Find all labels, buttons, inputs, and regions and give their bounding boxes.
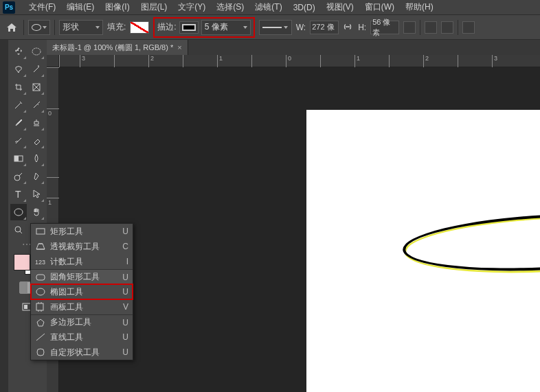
flyout-shortcut: U (122, 287, 128, 297)
rect-icon (35, 227, 46, 236)
align-edges-button[interactable] (425, 21, 437, 34)
svg-point-0 (32, 48, 41, 55)
flyout-item-polygon[interactable]: 多边形工具U (31, 314, 133, 330)
flyout-item-roundrect[interactable]: 圆角矩形工具U (31, 269, 133, 284)
menu-view[interactable]: 视图(V) (321, 1, 359, 13)
menu-image[interactable]: 图像(I) (100, 1, 135, 13)
svg-text:3: 3 (42, 259, 45, 266)
ruler-container: 3210123 (47, 55, 540, 67)
ruler-tick (47, 67, 59, 69)
type-tool[interactable]: T (10, 186, 27, 203)
zoom-tool[interactable] (10, 222, 27, 238)
stroke-width-input[interactable]: 5 像素 (201, 20, 251, 35)
document-tab[interactable]: 未标题-1 @ 100% (椭圆 1, RGB/8) * × (47, 40, 188, 55)
clone-stamp-tool[interactable] (28, 115, 45, 131)
flyout-shortcut: V (123, 302, 128, 312)
custom-icon (35, 347, 46, 357)
healing-brush-tool[interactable] (28, 97, 45, 113)
menu-edit[interactable]: 编辑(E) (61, 1, 100, 13)
path-selection-tool[interactable] (28, 186, 45, 203)
magic-wand-tool[interactable] (28, 61, 45, 78)
settings-button[interactable] (462, 21, 475, 34)
menu-layer[interactable]: 图层(L) (135, 1, 173, 13)
eraser-tool[interactable] (28, 132, 45, 149)
caret-down-icon (95, 26, 100, 29)
flyout-label: 多边形工具 (50, 316, 118, 328)
ruler-tick (114, 55, 116, 67)
gradient-tool[interactable] (10, 150, 27, 167)
svg-rect-10 (36, 229, 45, 234)
flyout-label: 直线工具 (50, 332, 118, 343)
flyout-label: 画板工具 (50, 301, 119, 313)
shape-mode-select[interactable]: 形状 (59, 20, 103, 35)
hand-tool[interactable] (28, 204, 45, 220)
line-icon (35, 332, 46, 342)
caret-down-icon (243, 26, 247, 29)
brush-tool[interactable] (10, 115, 27, 131)
stroke-color-swatch[interactable] (179, 21, 199, 34)
menu-help[interactable]: 帮助(H) (400, 1, 439, 13)
arrange-button[interactable] (441, 21, 453, 34)
ellipse-tool[interactable] (10, 204, 27, 220)
ruler-tick (389, 55, 391, 67)
horizontal-ruler[interactable]: 3210123 (59, 55, 540, 67)
width-input[interactable]: 272 像 (310, 21, 339, 34)
move-tool[interactable] (10, 43, 27, 60)
svg-rect-3 (14, 156, 19, 161)
ruler-tick: 3 (80, 55, 85, 67)
stroke-style-picker[interactable] (259, 20, 292, 35)
history-brush-tool[interactable] (10, 132, 27, 149)
flyout-item-count[interactable]: 123计数工具I (31, 254, 133, 269)
menu-filter[interactable]: 滤镜(T) (249, 1, 287, 13)
app-logo: Ps (3, 1, 15, 14)
tab-close-button[interactable]: × (177, 43, 181, 51)
flyout-item-artboard[interactable]: 画板工具V (31, 299, 133, 314)
flyout-item-custom[interactable]: 自定形状工具U (31, 345, 133, 360)
ruler-tick: 0 (286, 55, 291, 67)
menu-type[interactable]: 文字(Y) (172, 1, 211, 13)
link-wh-icon[interactable] (343, 22, 354, 33)
caret-down-icon (284, 26, 288, 29)
tool-preset-picker[interactable] (28, 20, 50, 35)
blur-tool[interactable] (28, 150, 45, 167)
dodge-tool[interactable] (10, 168, 27, 185)
document-tabs: 未标题-1 @ 100% (椭圆 1, RGB/8) * × (47, 40, 540, 55)
separator (23, 20, 24, 35)
flyout-item-rect[interactable]: 矩形工具U (31, 224, 133, 239)
menu-file[interactable]: 文件(F) (23, 1, 61, 13)
frame-tool[interactable] (28, 79, 45, 95)
stroke-label: 描边: (157, 21, 176, 33)
flyout-item-persp[interactable]: 透视裁剪工具C (31, 239, 133, 254)
flyout-label: 圆角矩形工具 (50, 271, 118, 283)
eyedropper-tool[interactable] (10, 97, 27, 113)
flyout-shortcut: U (122, 318, 128, 327)
flyout-item-ellipse[interactable]: 椭圆工具U (31, 284, 133, 299)
path-operations-button[interactable] (403, 21, 416, 34)
svg-rect-16 (36, 303, 43, 310)
fill-color-swatch[interactable] (130, 21, 149, 34)
marquee-tool[interactable] (28, 43, 45, 60)
ruler-tick: 3 (492, 55, 497, 67)
flyout-shortcut: C (122, 242, 128, 251)
menu-3d[interactable]: 3D(D) (288, 3, 321, 12)
height-input[interactable]: 56 像素 (370, 21, 399, 34)
flyout-shortcut: I (126, 257, 128, 266)
pen-tool[interactable] (28, 168, 45, 185)
ruler-tick: 1 (355, 55, 360, 67)
stroke-rect-icon (182, 24, 196, 31)
ellipse-tool-flyout: 矩形工具U透视裁剪工具C123计数工具I圆角矩形工具U椭圆工具U画板工具V多边形… (30, 223, 133, 360)
lasso-tool[interactable] (10, 61, 27, 78)
height-label: H: (358, 23, 366, 32)
foreground-color-swatch[interactable] (14, 254, 30, 270)
menu-window[interactable]: 窗口(W) (359, 1, 400, 13)
stroke-group-highlight: 描边: 5 像素 (153, 17, 254, 38)
menu-select[interactable]: 选择(S) (211, 1, 249, 13)
flyout-item-line[interactable]: 直线工具U (31, 330, 133, 345)
crop-tool[interactable] (10, 79, 27, 95)
line-icon (262, 27, 282, 28)
ellipse-icon (35, 287, 46, 297)
home-icon[interactable] (4, 20, 19, 35)
count-icon: 123 (35, 257, 46, 266)
flyout-label: 计数工具 (50, 256, 122, 268)
menu-bar: Ps 文件(F) 编辑(E) 图像(I) 图层(L) 文字(Y) 选择(S) 滤… (0, 0, 540, 15)
